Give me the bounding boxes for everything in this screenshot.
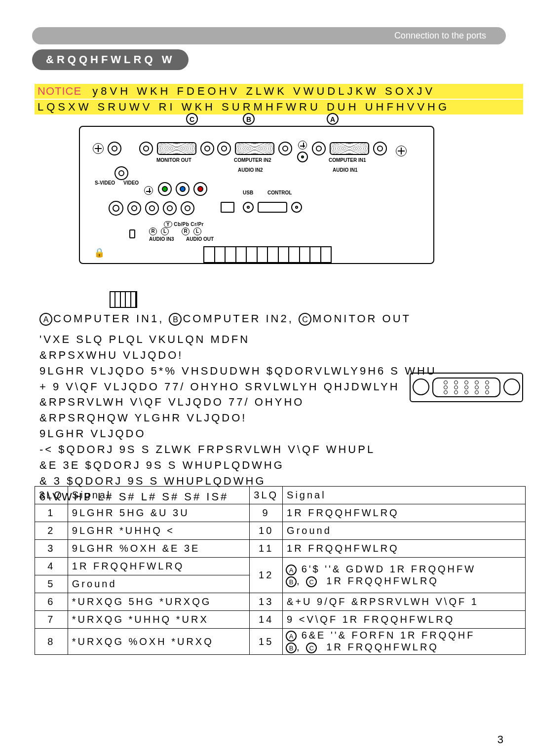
screw-icon xyxy=(144,186,153,195)
label-audio-in3: AUDIO IN3 xyxy=(149,236,174,242)
speaker-icon xyxy=(110,291,137,308)
label-audio-in1: AUDIO IN1 xyxy=(333,167,358,173)
label-usb: USB xyxy=(243,190,253,195)
label-y: Y xyxy=(164,221,172,227)
audio-jack-icon xyxy=(297,151,308,162)
lock-icon: 🔒 xyxy=(94,247,105,258)
label-svideo: S-VIDEO xyxy=(95,180,115,186)
screw-icon xyxy=(298,141,307,150)
vga-nut-icon xyxy=(278,142,292,155)
label-r: R xyxy=(149,227,157,235)
label-r: R xyxy=(182,227,190,235)
usb-port xyxy=(221,202,234,213)
jack-icon xyxy=(145,201,159,215)
label-cbcr: Cb/Pb Cr/Pr xyxy=(174,222,204,227)
rear-panel-diagram: C B A MONITOR OUT C xyxy=(79,126,434,291)
jack-icon xyxy=(108,142,121,155)
label-audio-in2: AUDIO IN2 xyxy=(238,167,263,173)
jack-icon xyxy=(127,201,141,215)
circled-a: A xyxy=(39,313,52,326)
notice-label: NOTICE xyxy=(38,85,81,97)
dsub-connector-diagram xyxy=(410,373,523,407)
vga-computer-in2 xyxy=(235,142,274,155)
vga-nut-icon xyxy=(200,142,214,155)
callout-c: C xyxy=(186,113,198,125)
col-pin: 3LQ xyxy=(35,487,68,504)
vga-monitor-out xyxy=(157,142,196,155)
notice-line2: LQSXW SRUWV RI WKH SURMHFWRU DUH UHFHVVH… xyxy=(35,100,523,114)
jack-icon xyxy=(158,182,172,196)
vga-nut-icon xyxy=(217,142,231,155)
breadcrumb-text: Connection to the ports xyxy=(394,31,486,41)
label-l: L xyxy=(161,227,169,235)
sd-slot-icon xyxy=(129,229,135,238)
circled-c: C xyxy=(299,313,311,326)
vga-computer-in1 xyxy=(330,142,369,155)
serial-nut-icon xyxy=(243,202,254,213)
section-body: ACOMPUTER IN1, BCOMPUTER IN2, CMONITOR O… xyxy=(39,311,513,505)
label-l: L xyxy=(193,227,201,235)
label-control: CONTROL xyxy=(267,190,292,195)
label-computer-in1: COMPUTER IN1 xyxy=(329,157,366,163)
jack-icon xyxy=(193,182,207,196)
page-number: 3 xyxy=(497,733,503,746)
jack-icon xyxy=(176,182,190,196)
svideo-jack xyxy=(114,166,128,180)
jack-icon xyxy=(181,201,194,215)
breadcrumb-bar: Connection to the ports xyxy=(32,27,506,44)
col-pin: 3LQ xyxy=(250,487,283,504)
page-title: &RQQHFWLRQ W xyxy=(32,49,189,70)
vent-icon xyxy=(203,246,332,263)
jack-icon xyxy=(109,201,123,216)
serial-nut-icon xyxy=(291,202,302,213)
label-computer-in2: COMPUTER IN2 xyxy=(234,157,271,163)
label-video: VIDEO xyxy=(123,180,139,186)
vga-nut-icon xyxy=(312,142,326,155)
col-signal: Signal xyxy=(68,487,249,504)
circled-b: B xyxy=(169,313,182,326)
vga-nut-icon xyxy=(373,142,387,155)
label-monitor-out: MONITOR OUT xyxy=(156,157,191,163)
screw-icon xyxy=(396,146,407,156)
pin-signal-table: 3LQ Signal 3LQ Signal 19LGHR 5HG &U 3U 9… xyxy=(35,486,526,655)
col-signal: Signal xyxy=(283,487,526,504)
control-port xyxy=(258,202,287,213)
callout-a: A xyxy=(327,113,339,125)
vga-nut-icon xyxy=(139,142,153,155)
jack-icon xyxy=(163,201,177,215)
callout-b: B xyxy=(243,113,255,125)
screw-icon xyxy=(93,143,104,154)
label-audio-out: AUDIO OUT xyxy=(186,236,214,242)
notice-line1: y8VH WKH FDEOHV ZLWK VWUDLJKW SOXJV xyxy=(92,85,435,97)
notice-block: NOTICE y8VH WKH FDEOHV ZLWK VWUDLJKW SOX… xyxy=(35,84,523,115)
